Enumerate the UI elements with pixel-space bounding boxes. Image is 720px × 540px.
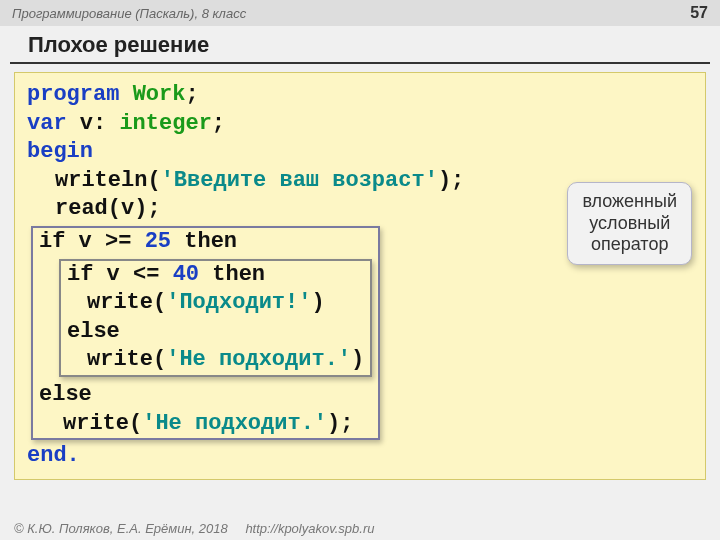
code-line: var v: integer;	[27, 110, 693, 139]
string-literal: 'Введите ваш возраст'	[161, 168, 438, 193]
code-line: else	[39, 381, 372, 410]
string-literal: 'Не подходит.'	[166, 347, 351, 372]
callout-box: вложенный условный оператор	[567, 182, 692, 265]
kw-integer: integer	[119, 111, 211, 136]
footer: © К.Ю. Поляков, Е.А. Ерёмин, 2018 http:/…	[14, 521, 374, 536]
prog-name: Work	[133, 82, 186, 107]
inner-if-box: if v <= 40 then write('Подходит!') else …	[59, 259, 372, 377]
footer-url: http://kpolyakov.spb.ru	[245, 521, 374, 536]
number: 25	[145, 229, 171, 254]
page-number: 57	[690, 4, 708, 22]
kw-end: end.	[27, 443, 80, 468]
code-block: program Work; var v: integer; begin writ…	[14, 72, 706, 480]
code-line: program Work;	[27, 81, 693, 110]
header-bar: Программирование (Паскаль), 8 класс 57	[0, 0, 720, 26]
code-line: else	[67, 318, 364, 347]
course-label: Программирование (Паскаль), 8 класс	[12, 6, 246, 21]
string-literal: 'Не подходит.'	[142, 411, 327, 436]
outer-if-box: if v >= 25 then if v <= 40 then write('П…	[31, 226, 380, 440]
callout-line: условный	[582, 213, 677, 235]
code-line: if v >= 25 then	[39, 228, 372, 257]
number: 40	[173, 262, 199, 287]
kw-program: program	[27, 82, 119, 107]
code-line: end.	[27, 442, 693, 471]
string-literal: 'Подходит!'	[166, 290, 311, 315]
code-line: write('Подходит!')	[67, 289, 364, 318]
code-line: write('Не подходит.');	[39, 410, 372, 439]
code-line: begin	[27, 138, 693, 167]
code-line: if v <= 40 then	[67, 261, 364, 290]
callout-line: вложенный	[582, 191, 677, 213]
code-line: write('Не подходит.')	[67, 346, 364, 375]
kw-var: var	[27, 111, 67, 136]
copyright: © К.Ю. Поляков, Е.А. Ерёмин, 2018	[14, 521, 228, 536]
callout-line: оператор	[582, 234, 677, 256]
slide-title: Плохое решение	[10, 26, 710, 64]
kw-begin: begin	[27, 139, 93, 164]
